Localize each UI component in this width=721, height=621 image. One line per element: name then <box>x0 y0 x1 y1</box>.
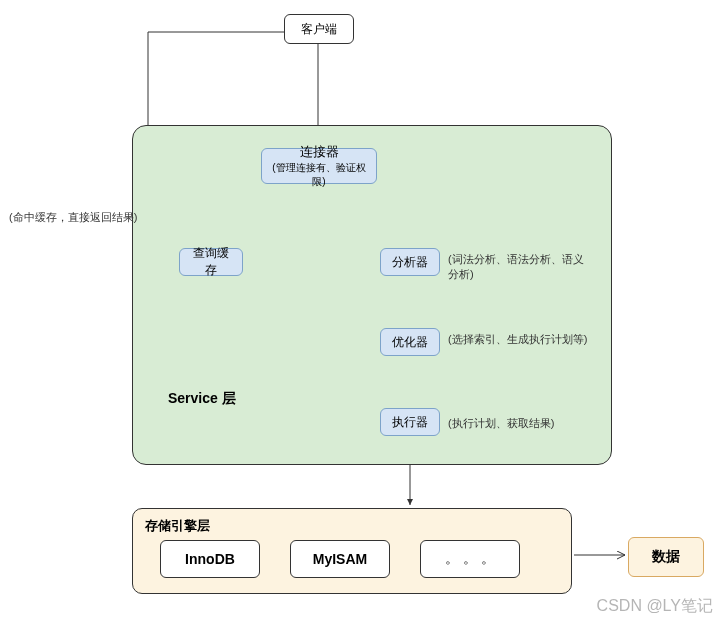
engine-more: 。 。 。 <box>420 540 520 578</box>
watermark: CSDN @LY笔记 <box>597 596 713 617</box>
data-node-label: 数据 <box>652 548 680 566</box>
optimizer-node: 优化器 <box>380 328 440 356</box>
data-node: 数据 <box>628 537 704 577</box>
engine-myisam: MyISAM <box>290 540 390 578</box>
client-node: 客户端 <box>284 14 354 44</box>
storage-layer-title: 存储引擎层 <box>145 517 559 535</box>
executor-node: 执行器 <box>380 408 440 436</box>
analyzer-annotation: (词法分析、语法分析、语义分析) <box>448 252 593 282</box>
engine-myisam-label: MyISAM <box>313 551 367 567</box>
cache-node: 查询缓存 <box>179 248 243 276</box>
optimizer-label: 优化器 <box>392 334 428 351</box>
connector-node: 连接器 (管理连接有、验证权限) <box>261 148 377 184</box>
service-layer-title: Service 层 <box>168 390 236 408</box>
analyzer-label: 分析器 <box>392 254 428 271</box>
cache-hit-annotation: (命中缓存，直接返回结果) <box>9 210 144 225</box>
engine-innodb: InnoDB <box>160 540 260 578</box>
analyzer-node: 分析器 <box>380 248 440 276</box>
executor-annotation: (执行计划、获取结果) <box>448 416 593 431</box>
connector-sub: (管理连接有、验证权限) <box>270 161 368 189</box>
executor-label: 执行器 <box>392 414 428 431</box>
client-label: 客户端 <box>301 21 337 38</box>
connector-title: 连接器 <box>300 143 339 161</box>
optimizer-annotation: (选择索引、生成执行计划等) <box>448 332 593 347</box>
engine-innodb-label: InnoDB <box>185 551 235 567</box>
cache-label: 查询缓存 <box>188 245 234 279</box>
engine-more-label: 。 。 。 <box>445 550 495 568</box>
